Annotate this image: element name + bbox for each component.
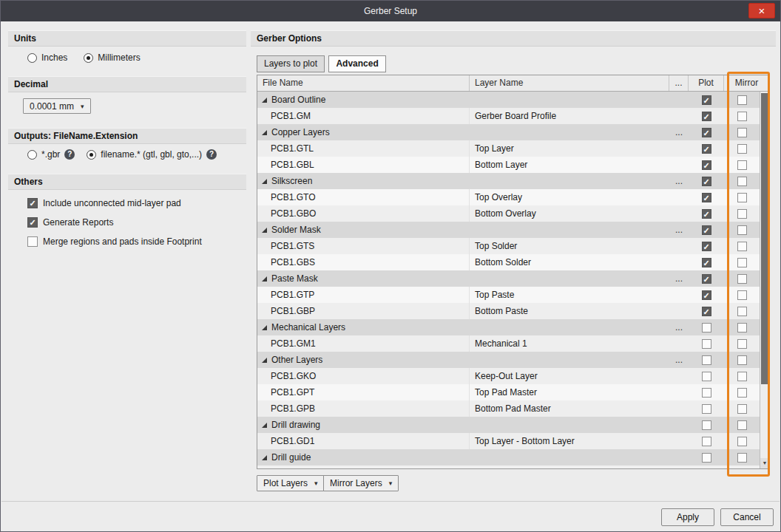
mirror-checkbox[interactable] <box>737 177 747 186</box>
plot-checkbox[interactable] <box>702 453 711 463</box>
layer-file-row-partial[interactable] <box>257 466 760 468</box>
mirror-checkbox[interactable] <box>737 144 747 154</box>
layer-group-row[interactable]: Drill guide <box>257 449 760 466</box>
plot-checkbox[interactable]: ✓ <box>702 160 711 170</box>
mirror-checkbox[interactable] <box>737 339 747 349</box>
row-options-dots[interactable]: ... <box>669 173 689 189</box>
apply-button[interactable]: Apply <box>661 508 714 526</box>
radio-filename-extension[interactable]: filename.* (gtl, gbl, gto,...) ? <box>87 149 217 160</box>
mirror-checkbox[interactable] <box>737 420 747 430</box>
layer-file-row[interactable]: PCB1.GBLBottom Layer✓ <box>257 157 760 173</box>
mirror-checkbox[interactable] <box>737 388 747 398</box>
mirror-checkbox[interactable] <box>737 95 747 105</box>
plot-checkbox[interactable]: ✓ <box>702 112 711 121</box>
layer-file-row[interactable]: PCB1.GPBBottom Pad Master <box>257 400 760 417</box>
checkbox-include-mid-layer-pad[interactable]: ✓ Include unconnected mid-layer pad <box>27 198 181 208</box>
mirror-checkbox[interactable] <box>737 128 747 137</box>
plot-checkbox[interactable]: ✓ <box>702 307 711 316</box>
collapse-triangle-icon[interactable] <box>262 276 267 282</box>
collapse-triangle-icon[interactable] <box>262 179 267 184</box>
plot-checkbox[interactable] <box>702 437 711 446</box>
plot-checkbox[interactable]: ✓ <box>702 95 711 105</box>
mirror-checkbox[interactable] <box>737 193 747 202</box>
mirror-checkbox[interactable] <box>737 453 747 463</box>
tab-advanced[interactable]: Advanced <box>328 55 385 72</box>
collapse-triangle-icon[interactable] <box>262 455 267 460</box>
layer-file-row[interactable]: PCB1.GTLTop Layer✓ <box>257 140 760 157</box>
mirror-checkbox[interactable] <box>737 307 747 316</box>
plot-checkbox[interactable]: ✓ <box>702 209 711 219</box>
mirror-layers-dropdown[interactable]: Mirror Layers ▾ <box>323 475 399 491</box>
vertical-scrollbar[interactable]: ▼ <box>760 92 769 468</box>
radio-inches[interactable]: Inches <box>27 52 67 63</box>
radio-millimeters[interactable]: Millimeters <box>84 52 140 63</box>
mirror-checkbox[interactable] <box>737 242 747 251</box>
plot-checkbox[interactable] <box>702 339 711 349</box>
plot-checkbox[interactable] <box>702 355 711 365</box>
mirror-checkbox[interactable] <box>737 323 747 332</box>
plot-checkbox[interactable]: ✓ <box>702 274 711 284</box>
plot-checkbox[interactable]: ✓ <box>702 177 711 186</box>
checkbox-merge-regions-pads[interactable]: Merge regions and pads inside Footprint <box>27 236 202 247</box>
plot-checkbox[interactable] <box>702 372 711 381</box>
layer-group-row[interactable]: Mechanical Layers... <box>257 319 760 335</box>
mirror-checkbox[interactable] <box>737 404 747 414</box>
plot-checkbox[interactable] <box>702 323 711 332</box>
decimal-dropdown[interactable]: 0.0001 mm ▾ <box>23 98 91 114</box>
close-button[interactable]: × <box>748 3 775 18</box>
titlebar[interactable]: Gerber Setup × <box>1 1 780 21</box>
checkbox-generate-reports[interactable]: ✓ Generate Reports <box>27 217 113 228</box>
tab-layers-to-plot[interactable]: Layers to plot <box>257 55 325 72</box>
layer-file-row[interactable]: PCB1.GTPTop Paste✓ <box>257 287 760 303</box>
layer-file-row[interactable]: PCB1.GMGerber Board Profile✓ <box>257 108 760 124</box>
layer-group-row[interactable]: Paste Mask...✓ <box>257 270 760 287</box>
cancel-button[interactable]: Cancel <box>720 508 774 526</box>
row-options-dots[interactable]: ... <box>669 222 689 238</box>
collapse-triangle-icon[interactable] <box>262 228 267 233</box>
mirror-checkbox[interactable] <box>737 437 747 446</box>
plot-checkbox[interactable]: ✓ <box>702 290 711 300</box>
collapse-triangle-icon[interactable] <box>262 358 267 363</box>
layer-file-row[interactable]: PCB1.GPTTop Pad Master <box>257 384 760 400</box>
column-header-file-name[interactable]: File Name <box>257 75 470 91</box>
mirror-checkbox[interactable] <box>737 274 747 284</box>
collapse-triangle-icon[interactable] <box>262 423 267 428</box>
mirror-checkbox[interactable] <box>737 355 747 365</box>
layer-group-row[interactable]: Board Outline✓ <box>257 92 760 108</box>
layer-file-row[interactable]: PCB1.GTSTop Solder✓ <box>257 238 760 254</box>
layer-file-row[interactable]: PCB1.GBPBottom Paste✓ <box>257 303 760 319</box>
layer-group-row[interactable]: Drill drawing <box>257 417 760 433</box>
plot-checkbox[interactable] <box>702 420 711 430</box>
plot-checkbox[interactable] <box>702 404 711 414</box>
mirror-checkbox[interactable] <box>737 209 747 219</box>
row-options-dots[interactable]: ... <box>669 319 689 335</box>
mirror-checkbox[interactable] <box>737 225 747 235</box>
layer-file-row[interactable]: PCB1.GD1Top Layer - Bottom Layer <box>257 433 760 449</box>
mirror-checkbox[interactable] <box>737 160 747 170</box>
help-icon[interactable]: ? <box>206 149 217 160</box>
plot-checkbox[interactable]: ✓ <box>702 128 711 137</box>
layer-file-row[interactable]: PCB1.GBOBottom Overlay✓ <box>257 205 760 222</box>
mirror-checkbox[interactable] <box>737 258 747 267</box>
plot-checkbox[interactable]: ✓ <box>702 225 711 235</box>
layer-group-row[interactable]: Other Layers... <box>257 352 760 368</box>
mirror-checkbox[interactable] <box>737 372 747 381</box>
row-options-dots[interactable]: ... <box>669 124 689 140</box>
column-header-layer-name[interactable]: Layer Name <box>470 75 669 91</box>
plot-checkbox[interactable]: ✓ <box>702 144 711 154</box>
layer-group-row[interactable]: Copper Layers...✓ <box>257 124 760 140</box>
layer-file-row[interactable]: PCB1.GM1Mechanical 1 <box>257 335 760 352</box>
plot-checkbox[interactable]: ✓ <box>702 193 711 202</box>
scrollbar-thumb[interactable] <box>761 93 768 384</box>
mirror-checkbox[interactable] <box>737 290 747 300</box>
row-options-dots[interactable]: ... <box>669 352 689 368</box>
scrollbar-down-arrow-icon[interactable]: ▼ <box>760 458 769 468</box>
collapse-triangle-icon[interactable] <box>262 325 267 330</box>
layer-group-row[interactable]: Silkscreen...✓ <box>257 173 760 189</box>
row-options-dots[interactable]: ... <box>669 270 689 287</box>
collapse-triangle-icon[interactable] <box>262 98 267 103</box>
column-header-options[interactable]: ... <box>669 75 689 91</box>
mirror-checkbox[interactable] <box>737 112 747 121</box>
plot-checkbox[interactable] <box>702 388 711 398</box>
plot-checkbox[interactable]: ✓ <box>702 258 711 267</box>
